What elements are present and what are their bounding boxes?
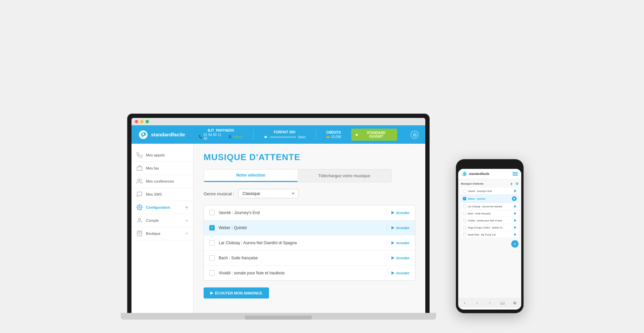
hamburger-line-1 — [513, 172, 518, 173]
phone-play-btn-1[interactable] — [512, 196, 517, 201]
laptop-screen-outer: standardfacile BJT_PARTNERS 📞 01 84 60 1… — [127, 114, 429, 313]
phone-checkbox-4[interactable] — [463, 219, 466, 222]
music-divider-2 — [387, 240, 387, 246]
power-button[interactable]: ⏻ — [411, 131, 419, 139]
phone-icon — [137, 152, 143, 158]
music-checkbox-2[interactable] — [209, 240, 215, 246]
credits-value: 💳 10,00€ — [326, 135, 341, 139]
phone-checkbox-5[interactable] — [463, 226, 466, 229]
sidebar-item-fax[interactable]: Mes fax — [131, 162, 193, 175]
logo-icon — [138, 130, 148, 140]
divider-2 — [316, 130, 316, 140]
phone-music-name-6: Dazie Mae : My Pussy Cat — [468, 234, 513, 236]
phone-checkbox-3[interactable] — [463, 212, 466, 215]
hamburger-menu[interactable] — [513, 172, 518, 176]
phone-logo: standardfacile — [462, 171, 489, 177]
laptop-notch — [245, 316, 312, 320]
sidebar-item-appels[interactable]: Mes appels — [131, 149, 193, 162]
tab-telechargez[interactable]: Téléchargez votre musique — [298, 170, 391, 182]
forfait-label: FORFAIT 30H — [274, 130, 295, 134]
credits-section: CRÉDITS 💳 10,00€ — [326, 131, 341, 139]
music-item-4: Vivaldi : sonate pour flute et hautbois … — [204, 266, 415, 280]
boutique-plus-icon[interactable]: + — [185, 231, 188, 236]
genre-label: Genre musical : — [204, 191, 234, 196]
phone-checkbox-1[interactable]: ✓ — [463, 197, 466, 200]
listen-label-2: écouter — [396, 241, 410, 245]
phone-header: standardfacile — [458, 169, 521, 179]
play-icon-3 — [391, 256, 394, 260]
phone-checkbox-0[interactable] — [463, 189, 466, 193]
listen-btn-4[interactable]: écouter — [391, 271, 410, 275]
listen-btn-2[interactable]: écouter — [391, 241, 410, 245]
sidebar-item-compte[interactable]: Compte + — [131, 214, 193, 227]
listen-btn-1[interactable]: écouter — [391, 226, 410, 230]
share-icon[interactable]: ↑ — [487, 301, 492, 305]
listen-btn-3[interactable]: écouter — [391, 256, 410, 260]
phone-music-item-4: Vivaldi : sonate pour flute et haut — [461, 217, 519, 224]
music-divider-4 — [387, 270, 387, 276]
phone-play-5[interactable] — [514, 226, 517, 229]
settings-icon[interactable]: ⚙ — [516, 182, 519, 186]
listen-label-0: écouter — [396, 211, 410, 215]
sidebar-item-sms[interactable]: Mes SMS — [131, 188, 193, 201]
sidebar-label-appels: Mes appels — [146, 153, 165, 157]
divider-1 — [253, 130, 254, 140]
sidebar-item-boutique[interactable]: Boutique + — [131, 227, 193, 240]
svg-point-5 — [139, 207, 141, 208]
play-annonce-icon: ▶ — [210, 291, 213, 295]
music-divider-1 — [387, 224, 387, 231]
genre-select[interactable]: Classique Jazz Pop Rock — [238, 189, 299, 198]
music-divider-3 — [387, 255, 387, 261]
sidebar-item-configuration[interactable]: Configuration + — [131, 201, 193, 214]
music-checkbox-0[interactable] — [209, 210, 215, 215]
listen-annonce-button[interactable]: ▶ ÉCOUTER MON ANNONCE — [204, 287, 269, 298]
standard-button[interactable]: ▶ STANDARD OUVERT — [351, 129, 397, 141]
fab-button[interactable]: + — [511, 240, 519, 248]
play-icon-1 — [391, 226, 394, 229]
phone-notch-area — [458, 163, 521, 168]
tabs-container: Notre sélection Téléchargez votre musiqu… — [204, 169, 391, 182]
sms-icon — [137, 191, 143, 197]
phone-checkbox-2[interactable] — [463, 205, 466, 208]
tabs-icon[interactable]: ⧉ — [513, 301, 517, 305]
company-section: BJT_PARTNERS 📞 01 84 60 11 45 👤 obtenir — [199, 129, 243, 140]
phone-play-2[interactable] — [514, 205, 517, 208]
play-icon-0 — [391, 211, 394, 214]
sidebar-item-conferences[interactable]: Mes conférences — [131, 175, 193, 188]
scene: standardfacile BJT_PARTNERS 📞 01 84 60 1… — [0, 0, 644, 333]
config-plus-icon[interactable]: + — [185, 205, 188, 210]
back-icon[interactable]: ‹ — [462, 301, 467, 305]
tab-notre-selection[interactable]: Notre sélection — [204, 170, 298, 182]
phone-play-4[interactable] — [514, 219, 517, 222]
bookmark-icon[interactable]: 📖 — [500, 301, 505, 305]
company-phone: 📞 01 84 60 11 45 👤 obtenir — [199, 133, 243, 140]
forfait-value: 0min — [298, 135, 306, 139]
forward-icon[interactable]: › — [475, 301, 480, 305]
music-checkbox-3[interactable] — [209, 255, 215, 261]
play-circle-icon[interactable]: ⏵ — [510, 182, 514, 186]
logo-area: standardfacile — [138, 130, 192, 140]
compte-plus-icon[interactable]: + — [185, 218, 188, 223]
phone-play-6[interactable] — [514, 233, 517, 236]
maximize-dot[interactable] — [146, 120, 149, 123]
phone-action: obtenir — [233, 135, 244, 139]
phone-music-item-3: Bach : Suite française — [461, 210, 519, 217]
titlebar — [131, 118, 425, 125]
account-icon — [137, 217, 143, 223]
phone-play-3[interactable] — [514, 212, 517, 215]
minimize-dot[interactable] — [140, 120, 144, 123]
conference-icon — [137, 178, 143, 184]
phone-music-list: Vavrek : Journey's End ✓ Weber : Quintet — [461, 188, 519, 238]
music-checkbox-1[interactable]: ✓ — [209, 225, 215, 230]
phone-outer: standardfacile Musique d'attente ⏵ — [456, 159, 523, 313]
close-dot[interactable] — [135, 120, 138, 123]
svg-point-1 — [142, 133, 144, 135]
phone-notch — [480, 163, 500, 168]
laptop-base — [121, 313, 436, 320]
phone-play-0[interactable] — [514, 190, 517, 192]
sidebar-label-configuration: Configuration — [146, 205, 170, 209]
listen-btn-0[interactable]: écouter — [391, 211, 410, 215]
phone-logo-bold: facile — [482, 172, 489, 176]
phone-checkbox-6[interactable] — [463, 233, 466, 236]
music-checkbox-4[interactable] — [209, 270, 215, 276]
